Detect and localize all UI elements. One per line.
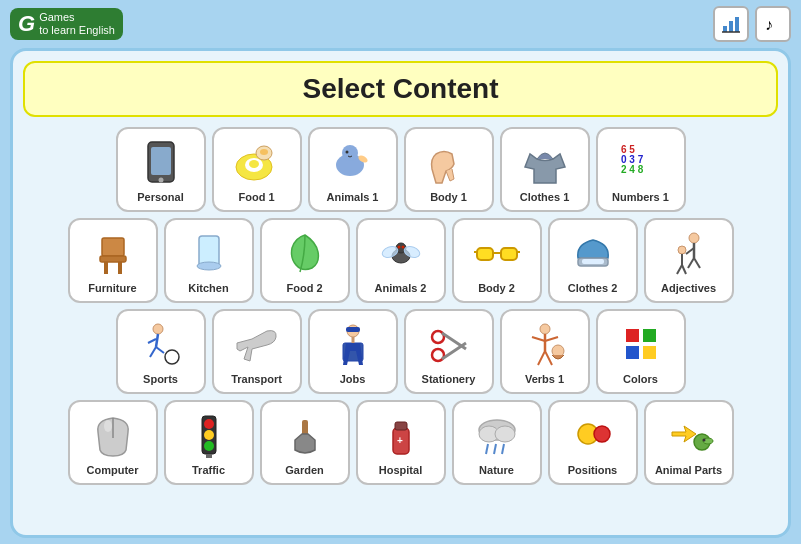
label-body2: Body 2: [478, 282, 515, 294]
icon-jobs: [326, 319, 380, 369]
svg-point-74: [104, 420, 112, 432]
svg-rect-79: [206, 454, 212, 458]
btn-personal[interactable]: Personal: [116, 127, 206, 212]
svg-point-86: [495, 426, 515, 442]
icon-transport: [230, 319, 284, 369]
logo-g: G: [18, 11, 35, 37]
icon-clothes1: [518, 137, 572, 187]
svg-point-77: [204, 430, 214, 440]
btn-garden[interactable]: Garden: [260, 400, 350, 485]
svg-point-76: [204, 419, 214, 429]
svg-rect-21: [100, 256, 126, 262]
icon-nature: [470, 410, 524, 460]
svg-point-25: [197, 262, 221, 270]
svg-point-30: [397, 245, 400, 248]
btn-nature[interactable]: Nature: [452, 400, 542, 485]
svg-rect-57: [346, 327, 360, 332]
label-kitchen: Kitchen: [188, 282, 228, 294]
svg-point-44: [678, 246, 686, 254]
label-garden: Garden: [285, 464, 324, 476]
btn-transport[interactable]: Transport: [212, 309, 302, 394]
icon-animals2: [374, 228, 428, 278]
btn-clothes1[interactable]: Clothes 1: [500, 127, 590, 212]
icon-personal: [134, 137, 188, 187]
btn-stationery[interactable]: Stationery: [404, 309, 494, 394]
label-adjectives: Adjectives: [661, 282, 716, 294]
label-clothes2: Clothes 2: [568, 282, 618, 294]
svg-point-39: [689, 233, 699, 243]
label-computer: Computer: [87, 464, 139, 476]
icon-animal-parts: [662, 410, 716, 460]
label-furniture: Furniture: [88, 282, 136, 294]
btn-numbers1[interactable]: 6 5 0 3 7 2 4 8 Numbers 1: [596, 127, 686, 212]
btn-hospital[interactable]: + Hospital: [356, 400, 446, 485]
btn-sports[interactable]: Sports: [116, 309, 206, 394]
btn-verbs1[interactable]: Verbs 1: [500, 309, 590, 394]
label-food1: Food 1: [238, 191, 274, 203]
svg-rect-32: [477, 248, 493, 260]
btn-kitchen[interactable]: Kitchen: [164, 218, 254, 303]
label-positions: Positions: [568, 464, 618, 476]
icon-food2: [278, 228, 332, 278]
icon-colors: [614, 319, 668, 369]
label-body1: Body 1: [430, 191, 467, 203]
btn-clothes2[interactable]: Clothes 2: [548, 218, 638, 303]
svg-line-88: [494, 444, 496, 454]
icon-kitchen: [182, 228, 236, 278]
btn-computer[interactable]: Computer: [68, 400, 158, 485]
btn-animals1[interactable]: Animals 1: [308, 127, 398, 212]
svg-rect-0: [723, 26, 727, 32]
icon-numbers1: 6 5 0 3 7 2 4 8: [614, 137, 668, 187]
svg-rect-2: [735, 17, 739, 32]
svg-point-16: [345, 150, 348, 153]
logo-subtitle: to learn English: [39, 24, 115, 37]
icon-body2: [470, 228, 524, 278]
icon-stationery: [422, 319, 476, 369]
btn-positions[interactable]: Positions: [548, 400, 638, 485]
svg-rect-82: [395, 422, 407, 430]
grid-row-4: Computer Traffic: [23, 400, 778, 485]
svg-line-46: [677, 265, 682, 274]
svg-line-65: [545, 337, 558, 341]
label-animal-parts: Animal Parts: [655, 464, 722, 476]
btn-body1[interactable]: Body 1: [404, 127, 494, 212]
title-box: Select Content: [23, 61, 778, 117]
btn-furniture[interactable]: Furniture: [68, 218, 158, 303]
svg-rect-22: [104, 262, 108, 274]
svg-point-91: [594, 426, 610, 442]
label-colors: Colors: [623, 373, 658, 385]
btn-animals2[interactable]: Animals 2: [356, 218, 446, 303]
svg-rect-6: [151, 147, 171, 175]
svg-rect-72: [643, 346, 656, 359]
label-animals1: Animals 1: [327, 191, 379, 203]
grid-row-1: Personal Food 1: [23, 127, 778, 212]
icon-body1: [422, 137, 476, 187]
btn-traffic[interactable]: Traffic: [164, 400, 254, 485]
svg-point-53: [165, 350, 179, 364]
icon-positions: [566, 410, 620, 460]
btn-body2[interactable]: Body 2: [452, 218, 542, 303]
chart-button[interactable]: [713, 6, 749, 42]
btn-food1[interactable]: Food 1: [212, 127, 302, 212]
music-button[interactable]: ♪: [755, 6, 791, 42]
btn-food2[interactable]: Food 2: [260, 218, 350, 303]
svg-point-95: [702, 438, 705, 441]
icon-animals1: [326, 137, 380, 187]
btn-adjectives[interactable]: Adjectives: [644, 218, 734, 303]
page-title: Select Content: [25, 73, 776, 105]
btn-jobs[interactable]: Jobs: [308, 309, 398, 394]
btn-animal-parts[interactable]: Animal Parts: [644, 400, 734, 485]
icon-garden: [278, 410, 332, 460]
label-traffic: Traffic: [192, 464, 225, 476]
svg-rect-71: [626, 346, 639, 359]
btn-colors[interactable]: Colors: [596, 309, 686, 394]
svg-rect-33: [501, 248, 517, 260]
label-numbers1: Numbers 1: [612, 191, 669, 203]
svg-point-7: [158, 177, 163, 182]
svg-point-10: [249, 160, 259, 168]
label-hospital: Hospital: [379, 464, 422, 476]
label-personal: Personal: [137, 191, 183, 203]
label-nature: Nature: [479, 464, 514, 476]
svg-line-67: [545, 351, 552, 365]
icon-adjectives: [662, 228, 716, 278]
